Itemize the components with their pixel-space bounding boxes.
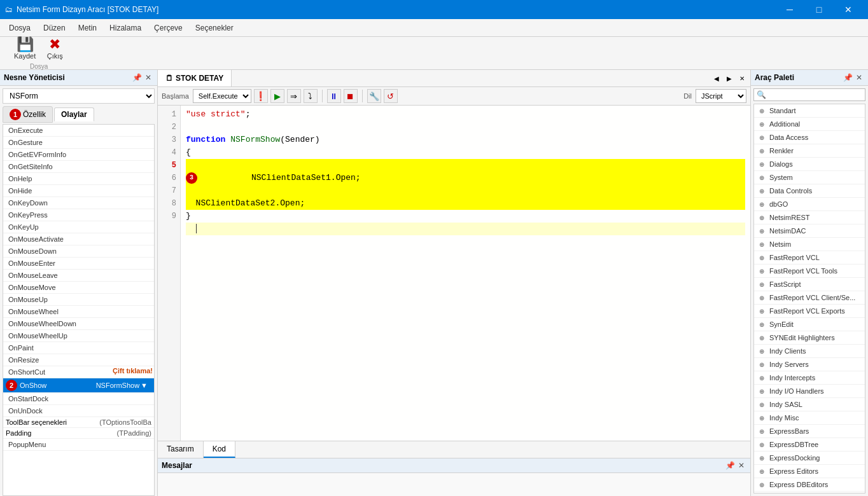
palette-netsim[interactable]: ⊕ Netsim bbox=[754, 238, 865, 251]
pause-btn[interactable]: ⏸ bbox=[327, 89, 341, 103]
palette-indy-intercepts-label: Indy Intercepts bbox=[769, 374, 815, 382]
palette-indy-sasl-label: Indy SASL bbox=[769, 401, 802, 408]
minimize-button[interactable]: ─ bbox=[775, 0, 804, 19]
menu-duzen[interactable]: Düzen bbox=[37, 21, 72, 35]
menu-cerceve[interactable]: Çerçeve bbox=[148, 21, 189, 35]
stop-btn[interactable]: ⏹ bbox=[344, 89, 358, 103]
prop-onmousemove[interactable]: OnMouseMove bbox=[3, 282, 154, 294]
palette-expressbars[interactable]: ⊕ ExpressBars bbox=[754, 425, 865, 438]
palette-indy-servers[interactable]: ⊕ Indy Servers bbox=[754, 358, 865, 371]
palette-express-utilities[interactable]: ⊕ Express Utilities bbox=[754, 492, 865, 493]
palette-indy-intercepts[interactable]: ⊕ Indy Intercepts bbox=[754, 371, 865, 385]
doc-tab-scroll-right[interactable]: ▶ bbox=[724, 72, 735, 84]
doc-tab-stok-detay[interactable]: 🗒 STOK DETAY bbox=[158, 70, 232, 86]
menu-dosya[interactable]: Dosya bbox=[3, 21, 37, 35]
palette-fastreport-vcl[interactable]: ⊕ FastReport VCL bbox=[754, 251, 865, 265]
prop-onexecute[interactable]: OnExecute bbox=[3, 125, 154, 137]
palette-system[interactable]: ⊕ System bbox=[754, 171, 865, 184]
expand-icon-synedit: ⊕ bbox=[759, 321, 767, 328]
prop-onmouseenter[interactable]: OnMouseEnter bbox=[3, 258, 154, 270]
prop-onstartdock[interactable]: OnStartDock bbox=[3, 393, 154, 405]
prop-onkeypress[interactable]: OnKeyPress bbox=[3, 209, 154, 221]
palette-standart[interactable]: ⊕ Standart bbox=[754, 104, 865, 118]
prop-onmouseup[interactable]: OnMouseUp bbox=[3, 294, 154, 306]
palette-indy-misc[interactable]: ⊕ Indy Misc bbox=[754, 411, 865, 425]
right-panel-pin[interactable]: 📌 bbox=[843, 72, 853, 83]
prop-onshow-value[interactable]: NSFormShow ▼ bbox=[92, 380, 151, 390]
prop-onresize[interactable]: OnResize bbox=[3, 354, 154, 366]
palette-renkler[interactable]: ⊕ Renkler bbox=[754, 144, 865, 158]
messages-close-btn[interactable]: ✕ bbox=[736, 460, 746, 471]
palette-synedit-highlighters[interactable]: ⊕ SYNEdit Highlighters bbox=[754, 331, 865, 345]
menu-secenekler[interactable]: Seçenekler bbox=[189, 21, 240, 35]
ns-form-selector[interactable]: NSForm bbox=[3, 88, 155, 104]
palette-synedit[interactable]: ⊕ SynEdit bbox=[754, 318, 865, 331]
palette-fastreport-vcl-exports[interactable]: ⊕ FastReport VCL Exports bbox=[754, 305, 865, 318]
palette-indy-sasl[interactable]: ⊕ Indy SASL bbox=[754, 398, 865, 411]
palette-dbgo[interactable]: ⊕ dbGO bbox=[754, 198, 865, 211]
prop-popupmenu[interactable]: PopupMenu bbox=[3, 439, 154, 451]
left-panel-title: Nesne Yöneticisi bbox=[4, 73, 65, 82]
run-btn[interactable]: ▶ bbox=[270, 89, 284, 103]
palette-netsimdac[interactable]: ⊕ NetsimDAC bbox=[754, 224, 865, 238]
tab-kod[interactable]: Kod bbox=[204, 441, 235, 458]
prop-ongetevforminfo[interactable]: OnGetEVFormInfo bbox=[3, 149, 154, 161]
tab-olaylar[interactable]: Olaylar bbox=[54, 107, 94, 121]
palette-data-controls[interactable]: ⊕ Data Controls bbox=[754, 184, 865, 198]
prop-onmousewheeldown[interactable]: OnMouseWheelDown bbox=[3, 318, 154, 330]
prop-onhelp[interactable]: OnHelp bbox=[3, 173, 154, 185]
palette-express-editors[interactable]: ⊕ Express Editors bbox=[754, 465, 865, 478]
palette-indy-io-handlers[interactable]: ⊕ Indy I/O Handlers bbox=[754, 385, 865, 398]
left-panel-pin[interactable]: 📌 bbox=[132, 72, 142, 83]
right-panel-close[interactable]: ✕ bbox=[854, 72, 864, 83]
palette-indy-clients[interactable]: ⊕ Indy Clients bbox=[754, 345, 865, 358]
exit-button[interactable]: ✖ Çıkış bbox=[42, 36, 67, 61]
language-select[interactable]: JScript bbox=[696, 89, 746, 103]
palette-dialogs[interactable]: ⊕ Dialogs bbox=[754, 158, 865, 171]
step-into-btn[interactable]: ⇒ bbox=[287, 89, 301, 103]
prop-onmouseleave[interactable]: OnMouseLeave bbox=[3, 270, 154, 282]
prop-onmouseactivate[interactable]: OnMouseActivate bbox=[3, 233, 154, 245]
palette-express-dbeditors[interactable]: ⊕ Express DBEditors bbox=[754, 478, 865, 492]
palette-netsimdac-label: NetsimDAC bbox=[769, 227, 806, 235]
prop-onhide[interactable]: OnHide bbox=[3, 185, 154, 197]
left-panel-close[interactable]: ✕ bbox=[143, 72, 153, 83]
palette-fastscript[interactable]: ⊕ FastScript bbox=[754, 278, 865, 291]
maximize-button[interactable]: □ bbox=[804, 0, 834, 19]
prop-onmousewheel[interactable]: OnMouseWheel bbox=[3, 306, 154, 318]
save-button[interactable]: 💾 Kaydet bbox=[10, 36, 39, 61]
prop-ongetsiteinfo[interactable]: OnGetSiteInfo bbox=[3, 161, 154, 173]
prop-onpaint[interactable]: OnPaint bbox=[3, 342, 154, 354]
tab-ozellik[interactable]: 1Özellik bbox=[3, 106, 53, 123]
error-btn[interactable]: ❗ bbox=[254, 89, 268, 103]
palette-fastreport-vcl-tools[interactable]: ⊕ FastReport VCL Tools bbox=[754, 265, 865, 278]
doc-tab-close[interactable]: ✕ bbox=[736, 72, 748, 84]
prop-onkeyup[interactable]: OnKeyUp bbox=[3, 221, 154, 233]
reset-btn[interactable]: ↺ bbox=[384, 89, 398, 103]
close-button[interactable]: ✕ bbox=[834, 0, 863, 19]
search-input[interactable] bbox=[769, 89, 865, 100]
menu-hizalama[interactable]: Hizalama bbox=[103, 21, 148, 35]
palette-netsimrest[interactable]: ⊕ NetsimREST bbox=[754, 211, 865, 224]
prop-onmousewheelup[interactable]: OnMouseWheelUp bbox=[3, 330, 154, 342]
prop-onundock[interactable]: OnUnDock bbox=[3, 405, 154, 417]
prop-onkeydown[interactable]: OnKeyDown bbox=[3, 197, 154, 209]
palette-expressdocking[interactable]: ⊕ ExpressDocking bbox=[754, 451, 865, 465]
prop-onshow-row[interactable]: 2 OnShow NSFormShow ▼ bbox=[3, 378, 154, 393]
prop-padding[interactable]: Padding (TPadding) bbox=[3, 428, 154, 439]
messages-pin-btn[interactable]: 📌 bbox=[725, 460, 735, 471]
palette-fastreport-vcl-client[interactable]: ⊕ FastReport VCL Client/Se... bbox=[754, 291, 865, 305]
code-content[interactable]: "use strict"; function NSFormShow(Sender… bbox=[181, 106, 750, 441]
prop-onmousedown[interactable]: OnMouseDown bbox=[3, 245, 154, 258]
prop-ongesture[interactable]: OnGesture bbox=[3, 137, 154, 149]
execute-select[interactable]: Self.Execute bbox=[193, 89, 251, 103]
palette-expressdbtree[interactable]: ⊕ ExpressDBTree bbox=[754, 438, 865, 451]
tab-tasarim[interactable]: Tasarım bbox=[158, 441, 204, 458]
doc-tab-scroll-left[interactable]: ◀ bbox=[711, 72, 722, 84]
prop-toolbar-secenekleri[interactable]: ToolBar seçenekleri (TOptionsToolBa bbox=[3, 417, 154, 428]
menu-metin[interactable]: Metin bbox=[72, 21, 103, 35]
debug-btn[interactable]: 🔧 bbox=[367, 89, 381, 103]
palette-additional[interactable]: ⊕ Additional bbox=[754, 118, 865, 131]
palette-data-access[interactable]: ⊕ Data Access bbox=[754, 131, 865, 144]
step-over-btn[interactable]: ⤵ bbox=[304, 89, 318, 103]
